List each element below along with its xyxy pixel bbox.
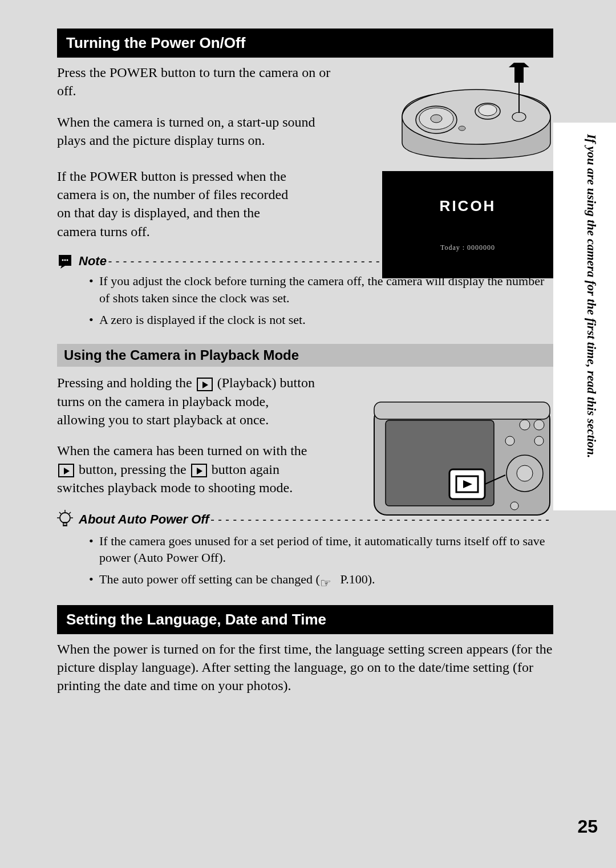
note-section: Note -----------------------------------… [57,253,553,328]
reference-icon [320,575,337,586]
svg-line-29 [59,512,61,514]
svg-point-25 [60,513,70,523]
svg-point-3 [431,115,442,123]
paragraph: When the camera has been turned on with … [57,441,319,497]
note-icon [57,253,73,269]
svg-point-9 [62,259,64,261]
svg-point-17 [520,420,530,430]
lightbulb-icon [57,510,73,529]
camera-back-illustration [371,396,553,522]
note-item: If you adjust the clock before turning t… [89,273,553,306]
paragraph: If the POWER button is pressed when the … [57,167,302,241]
paragraph: Press the POWER button to turn the camer… [57,63,331,100]
section-header-power: Turning the Power On/Off [57,29,553,58]
section-header-language: Setting the Language, Date and Time [57,605,553,634]
paragraph: When the camera is turned on, a start-up… [57,113,331,150]
svg-point-6 [512,112,526,121]
paragraph: Pressing and holding the (Playback) butt… [57,374,319,429]
paragraph: When the power is turned on for the firs… [57,640,553,695]
svg-point-16 [517,465,533,481]
page-number: 25 [577,816,598,837]
svg-line-30 [69,512,71,514]
svg-point-5 [479,104,497,116]
playback-icon [197,378,213,391]
svg-point-18 [534,420,544,430]
lcd-today-text: Today : 0000000 [440,244,495,252]
svg-point-8 [459,126,465,131]
svg-point-10 [64,259,66,261]
note-item: A zero is displayed if the clock is not … [89,311,553,328]
svg-point-21 [510,502,518,510]
note-dashes: ----------------------------------------… [107,254,553,268]
about-label: About Auto Power Off [79,512,209,527]
section-subheader-playback: Using the Camera in Playback Mode [57,344,553,367]
playback-icon [58,464,74,477]
svg-rect-26 [63,522,67,525]
about-item: The auto power off setting can be change… [89,571,553,588]
svg-rect-13 [374,402,550,419]
playback-icon [191,464,207,477]
svg-point-19 [505,436,514,445]
svg-point-20 [534,436,544,445]
lcd-brand-text: RICOH [440,197,496,215]
manual-page: Turning the Power On/Off Press the POWER… [0,0,616,868]
camera-top-illustration [399,63,553,160]
about-item: If the camera goes unused for a set peri… [89,533,553,566]
note-label: Note [79,254,107,269]
svg-point-11 [67,259,68,261]
